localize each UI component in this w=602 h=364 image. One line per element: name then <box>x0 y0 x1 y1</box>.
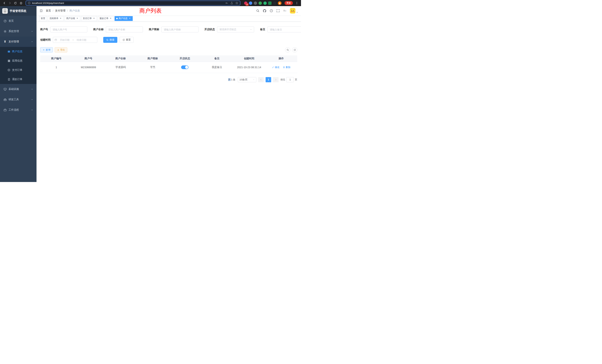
reset-button[interactable]: 重置 <box>119 37 134 43</box>
sidebar-subitem-refund-order[interactable]: 退款订单 <box>0 75 36 84</box>
font-size-icon[interactable]: TT <box>283 9 287 12</box>
next-page-button[interactable] <box>273 77 279 82</box>
close-icon[interactable]: × <box>76 17 79 20</box>
site-info-icon[interactable] <box>28 2 31 4</box>
menu-label: 系统管理 <box>9 30 31 33</box>
tab-process-form[interactable]: 流程表单× <box>48 16 64 21</box>
password-key-icon[interactable] <box>225 2 228 4</box>
menu-label: 应用信息 <box>12 59 22 63</box>
cell-actions: 修改 删除 <box>265 62 297 73</box>
refresh-icon[interactable] <box>292 47 297 53</box>
date-range-separator: - <box>72 38 74 41</box>
browser-menu-icon[interactable] <box>294 1 299 6</box>
button-label: 搜索 <box>109 38 114 42</box>
breadcrumb-payment[interactable]: 支付管理 <box>55 9 65 12</box>
cell-short-name: 芋艿 <box>137 62 169 73</box>
reload-button[interactable] <box>13 1 18 6</box>
search-icon[interactable] <box>256 9 259 12</box>
table-toolbar: 新增 导出 <box>40 47 297 53</box>
tab-pay-order[interactable]: 支付订单× <box>81 16 97 21</box>
total-suffix: 条 <box>233 78 235 81</box>
fullscreen-icon[interactable] <box>276 9 280 12</box>
extension-icon[interactable]: 10 <box>244 1 247 5</box>
help-icon[interactable]: ? <box>270 9 273 12</box>
date-range-picker[interactable]: - <box>53 37 97 43</box>
full-name-input[interactable] <box>106 26 143 32</box>
hide-search-icon[interactable] <box>285 47 290 53</box>
status-select[interactable]: 请选择开启状态 <box>217 26 254 32</box>
add-button[interactable]: 新增 <box>40 47 53 53</box>
col-header-actions: 操作 <box>265 55 297 62</box>
cell-remark: 我是备注 <box>201 62 233 73</box>
sidebar-item-infrastructure[interactable]: 基础设施 <box>0 84 36 94</box>
export-button[interactable]: 导出 <box>55 47 67 53</box>
sidebar-subitem-app-info[interactable]: 应用信息 <box>0 56 36 65</box>
back-button[interactable] <box>2 1 7 6</box>
close-icon[interactable]: × <box>129 17 131 20</box>
tab-merchant-info[interactable]: 商户信息× <box>115 16 133 21</box>
start-date-input[interactable] <box>58 39 72 41</box>
home-button[interactable] <box>19 1 23 6</box>
browser-profile-avatar[interactable] <box>278 1 281 5</box>
field-label: 备注 <box>260 28 265 31</box>
extension-icon[interactable] <box>263 1 267 5</box>
breadcrumb-home[interactable]: 首页 <box>46 9 51 12</box>
tab-refund-order[interactable]: 退款订单× <box>98 16 114 21</box>
merchant-no-input[interactable] <box>50 26 87 32</box>
extension-icon[interactable] <box>258 1 262 5</box>
tab-user-group[interactable]: 用户分组× <box>64 16 80 21</box>
total-count: 共1条 <box>228 78 236 81</box>
delete-button[interactable]: 删除 <box>283 66 290 69</box>
sidebar-item-workflow[interactable]: 工作流程 <box>0 105 36 115</box>
field-label: 商户全称 <box>93 28 104 31</box>
edit-button[interactable]: 修改 <box>272 66 280 69</box>
sidebar-subitem-pay-order[interactable]: 支付订单 <box>0 65 36 75</box>
link-label: 删除 <box>286 66 290 69</box>
sidebar-item-devtools[interactable]: 研发工具 <box>0 94 36 105</box>
extension-icon[interactable] <box>268 1 271 5</box>
close-icon[interactable]: × <box>109 17 112 20</box>
status-toggle[interactable] <box>181 65 189 69</box>
user-avatar[interactable] <box>290 8 298 13</box>
search-button[interactable]: 搜索 <box>103 37 117 43</box>
short-name-input[interactable] <box>161 26 198 32</box>
bookmark-star-icon[interactable] <box>235 2 238 4</box>
sidebar-subitem-merchant-info[interactable]: 商户信息 <box>0 47 36 56</box>
end-date-input[interactable] <box>75 39 88 41</box>
page-size-select[interactable]: 10条/页 <box>238 77 256 82</box>
close-icon[interactable]: × <box>59 17 62 20</box>
remark-input[interactable] <box>268 26 301 32</box>
yen-icon: ¥ <box>3 40 7 43</box>
extension-icon[interactable] <box>254 1 257 5</box>
svg-text:?: ? <box>271 10 272 12</box>
goto-page-input[interactable] <box>286 77 294 82</box>
extension-icon[interactable] <box>273 1 276 5</box>
github-icon[interactable] <box>263 9 266 13</box>
tab-label: 首页 <box>41 17 45 20</box>
field-label: 创建时间 <box>40 38 51 42</box>
close-icon[interactable]: × <box>93 17 95 20</box>
select-placeholder: 请选择开启状态 <box>219 28 236 31</box>
button-label: 导出 <box>60 48 65 52</box>
share-icon[interactable] <box>230 2 233 4</box>
tab-home[interactable]: 首页 <box>39 16 47 21</box>
menu-label: 研发工具 <box>9 98 31 101</box>
sidebar-item-payment[interactable]: ¥ 支付管理 <box>0 36 36 47</box>
url-bar[interactable]: localhost:1024/pay/merchant <box>26 0 240 6</box>
prev-page-button[interactable] <box>258 77 264 82</box>
sidebar-item-system[interactable]: 系统管理 <box>0 26 36 36</box>
target-icon <box>7 69 10 72</box>
page-1-button[interactable]: 1 <box>266 77 271 82</box>
sidebar-item-home[interactable]: 首页 <box>0 16 36 26</box>
col-header-short-name: 商户简称 <box>137 55 169 62</box>
extension-icon[interactable] <box>249 1 252 5</box>
table-row: 1 M233666999 芋道源码 芋艿 我是备注 2021-10-23 08:… <box>40 62 297 73</box>
browser-update-button[interactable]: 更新 <box>284 1 293 5</box>
button-label: 重置 <box>126 38 131 42</box>
app-title: 芋道管理系统 <box>10 9 26 13</box>
sidebar-toggle-icon[interactable] <box>40 9 43 12</box>
monitor-icon <box>3 88 7 91</box>
forward-button[interactable] <box>7 1 12 6</box>
app-logo[interactable]: 芋道管理系统 <box>0 6 36 16</box>
cell-status <box>169 62 201 73</box>
